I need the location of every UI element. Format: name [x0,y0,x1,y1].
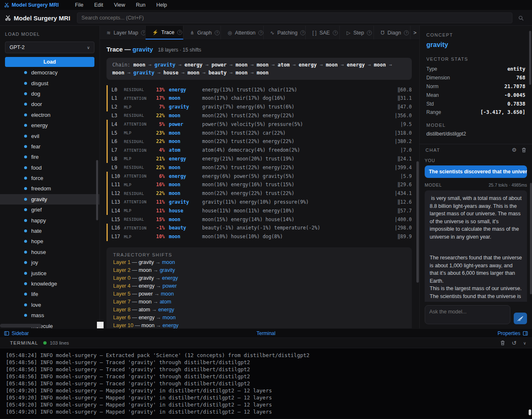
trash-icon[interactable] [500,340,505,345]
concept-item-gravity[interactable]: gravity [0,194,99,205]
tab-step[interactable]: ▷Step? [340,26,374,39]
layer-token: moon [169,234,196,239]
layer-row[interactable]: L7ATTENTION4%atomatom(4%) democracy(4%) … [106,146,412,155]
concept-item-force[interactable]: force [0,173,99,183]
layer-row[interactable]: L17MLP10%moonmoon(10%) house(10%) dog(8%… [106,232,412,241]
trash-icon[interactable] [522,148,526,153]
layer-row[interactable]: L16ATTENTION-1%beautybeauty(-1%) anxiety… [106,224,412,232]
chain-token: energy [299,62,317,68]
chevron-down-icon[interactable]: ∨ [523,341,526,345]
scrollbar-corner[interactable] [97,322,104,328]
main-scrollbar-thumb[interactable] [416,161,419,283]
menu-item-file[interactable]: File [69,2,89,8]
tab-trace[interactable]: ⚡Trace? [146,26,183,39]
concept-item-knowledge[interactable]: knowledge [0,279,99,289]
terminal-body[interactable]: [05:48:24] INFO model-surgery — Extracte… [0,348,532,419]
concept-item-fear[interactable]: fear [0,141,99,152]
chain-token: house [163,70,178,76]
concept-item-justice[interactable]: justice [0,268,99,278]
chat-scrollbar-thumb[interactable] [530,183,532,294]
layer-row[interactable]: L6RESIDUAL22%moonmoon(22%) trust(22%) en… [106,137,412,146]
layer-row[interactable]: L3RESIDUAL22%moonmoon(22%) trust(22%) en… [106,111,412,120]
concept-item-life[interactable]: life [0,289,99,299]
chain-label: Chain: [112,62,134,68]
layer-percent: 17% [150,95,165,101]
layer-predictions: power(5%) velocity(5%) pressure(5%) [202,121,384,127]
concept-item-electron[interactable]: electron [0,110,99,120]
tab-attention[interactable]: ◎Attention? [221,26,263,39]
layer-row[interactable]: L0RESIDUAL13%energyenergy(13%) trust(12%… [106,85,412,94]
panel-right-icon [523,331,528,336]
concept-item-house[interactable]: house [0,247,99,257]
concept-dot-icon [24,177,27,180]
concept-item-hate[interactable]: hate [0,226,99,236]
chat-input[interactable] [425,305,510,324]
layer-type: RESIDUAL [124,87,150,92]
layer-type: MLP [124,182,150,187]
tab-diagn[interactable]: ℧Diagn? [374,26,411,39]
sidebar-scrollbar-thumb[interactable] [96,160,98,220]
concept-item-food[interactable]: food [0,163,99,173]
concept-item-fire[interactable]: fire [0,152,99,162]
menu-item-run[interactable]: Run [131,2,151,8]
statusbar-properties-toggle[interactable]: Properties [497,330,528,336]
menu-item-view[interactable]: View [109,2,131,8]
concept-item-dog[interactable]: dog [0,89,99,99]
concept-item-energy[interactable]: energy [0,120,99,131]
tab-layer-map[interactable]: ≋Layer Map? [100,26,146,39]
tab-sae[interactable]: [ ]SAE? [306,26,340,39]
help-badge-icon: ? [215,30,220,35]
search-box[interactable] [77,12,512,23]
concept-item-evil[interactable]: evil [0,131,99,141]
arrow-icon: → [124,70,134,76]
concept-label: joy [31,259,38,266]
menu-item-edit[interactable]: Edit [89,2,109,8]
tab-overflow-button[interactable]: > [411,26,419,39]
menu-item-help[interactable]: Help [151,2,173,8]
tab-graph[interactable]: ⋔Graph? [183,26,221,39]
layer-row[interactable]: L14MLP11%househouse(11%) moon(11%) energ… [106,206,412,215]
layer-row[interactable]: L5MLP23%moonmoon(23%) trust(22%) car(22%… [106,128,412,137]
layer-row[interactable]: L1ATTENTION17%moonmoon(17%) chair(17%) d… [106,94,412,103]
concept-list[interactable]: democracydisgustdogdoorelectronenergyevi… [0,70,99,328]
arrow-icon: → [153,291,161,297]
arrow-icon: → [178,70,188,76]
statusbar-terminal-label[interactable]: Terminal [0,330,532,336]
help-badge-icon: ? [300,30,305,35]
layer-row[interactable]: L9RESIDUAL22%moonmoon(22%) trust(22%) en… [106,163,412,172]
terminal-scrollbar-thumb[interactable] [529,409,531,415]
layer-row[interactable]: L11MLP16%moonmoon(16%) energy(16%) trust… [106,180,412,189]
layer-row[interactable]: L13ATTENTION11%gravitygravity(11%) energ… [106,198,412,207]
layer-row[interactable]: L15RESIDUAL15%moonmoon(15%) energy(14%) … [106,215,412,224]
concept-item-happy[interactable]: happy [0,215,99,225]
layer-row[interactable]: L8MLP21%energyenergy(21%) moon(20%) trus… [106,155,412,163]
layer-predictions: moon(23%) trust(22%) car(22%) [202,130,384,136]
sidebar-hscrollbar-thumb[interactable] [0,324,42,328]
panel-scrollbar-thumb[interactable] [529,31,531,85]
gear-icon[interactable]: ⚙ [512,147,517,153]
refresh-icon[interactable]: ↺ [512,340,517,346]
trace-icon: ⚡ [152,30,158,35]
concept-item-democracy[interactable]: democracy [0,70,99,78]
tab-patching[interactable]: ∿Patching? [264,26,306,39]
concept-item-love[interactable]: love [0,300,99,310]
concept-item-hope[interactable]: hope [0,236,99,246]
concept-item-joy[interactable]: joy [0,257,99,268]
layer-predictions: house(11%) moon(11%) energy(10%) [202,208,384,214]
concept-item-door[interactable]: door [0,99,99,109]
concept-item-grief[interactable]: grief [0,205,99,215]
layer-row[interactable]: L4ATTENTION5%powerpower(5%) velocity(5%)… [106,120,412,128]
search-input[interactable] [82,15,508,21]
layer-row[interactable]: L2MLP7%gravitygravity(7%) energy(6%) tru… [106,103,412,111]
log-line: [05:49:20] INFO model-surgery — Mapped '… [6,408,526,415]
send-button[interactable] [514,313,527,324]
model-select[interactable]: GPT-2 ∨ [5,42,94,53]
layer-row[interactable]: L12RESIDUAL22%moonmoon(22%) energy(22%) … [106,189,412,198]
search-icon[interactable] [518,15,524,21]
load-button[interactable]: Load [5,57,94,67]
concept-item-disgust[interactable]: disgust [0,78,99,88]
statusbar-sidebar-toggle[interactable]: Sidebar [4,330,29,336]
layer-row[interactable]: L10ATTENTION6%energyenergy(6%) power(5%)… [106,172,412,180]
concept-item-freedom[interactable]: freedom [0,183,99,194]
concept-item-mass[interactable]: mass [0,310,99,320]
